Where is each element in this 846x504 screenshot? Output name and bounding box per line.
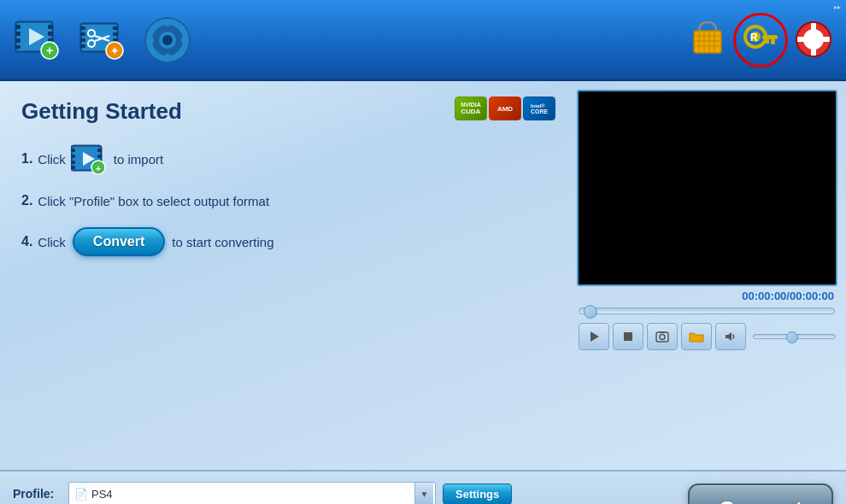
step-1: 1. Click [21,144,551,174]
convert-inline-button[interactable]: Convert [73,227,165,256]
svg-rect-35 [147,38,154,43]
svg-text:R: R [750,32,758,44]
svg-rect-6 [48,25,53,29]
svg-rect-59 [811,22,816,56]
svg-text:+: + [46,44,53,57]
add-video-button[interactable]: + [9,11,67,69]
svg-rect-41 [694,31,721,53]
scroll-indicator: ▸▸ [834,3,841,11]
svg-rect-78 [660,331,665,333]
svg-rect-53 [766,39,769,44]
profile-icon: 📄 [74,488,88,501]
svg-rect-64 [71,155,75,158]
bottom-bar: Profile: 📄 PS4 ▼ Settings Output: C:\Use… [0,470,846,504]
main-area: Getting Started NVIDIA CUDA AMD Intel® C… [0,81,846,470]
progress-track [579,308,835,314]
gpu-badges: NVIDIA CUDA AMD Intel® CORE [455,97,555,120]
intel-badge: Intel® CORE [523,97,555,120]
amd-badge: AMD [489,97,521,120]
convert-main-button[interactable]: Convert [688,483,833,504]
step-1-text-before: Click [38,152,66,167]
svg-rect-33 [165,20,170,26]
progress-thumb [584,305,597,319]
svg-rect-63 [71,149,75,152]
step-4-text-before: Click [38,235,66,249]
play-button[interactable] [579,323,609,350]
svg-rect-4 [15,38,21,43]
svg-point-32 [162,35,173,45]
toolbar: ▸▸ + [0,0,846,81]
select-arrow-icon[interactable]: ▼ [414,483,433,504]
svg-text:+: + [96,163,101,173]
screenshot-button[interactable] [647,323,678,350]
svg-rect-76 [656,332,668,342]
svg-rect-51 [762,35,778,39]
step-4: 4. Click Convert to start converting [21,227,551,256]
volume-thumb [786,331,798,343]
profile-select[interactable]: 📄 PS4 ▼ [68,482,436,504]
profile-value: PS4 [91,488,113,501]
edit-button[interactable]: ✦ [73,11,132,69]
step-4-text-after: to start converting [172,235,273,249]
open-folder-button[interactable] [681,323,712,350]
svg-rect-68 [97,155,102,158]
svg-rect-52 [771,39,775,44]
steps-container: 1. Click [21,144,551,256]
svg-rect-17 [80,38,85,42]
svg-point-77 [660,335,665,340]
svg-rect-75 [624,332,632,341]
svg-rect-19 [113,26,118,30]
progress-bar[interactable] [577,308,837,314]
video-preview [577,90,837,286]
volume-track[interactable] [753,334,836,339]
svg-rect-7 [48,32,53,36]
svg-marker-79 [726,332,731,341]
svg-rect-18 [80,44,85,48]
stop-button[interactable] [613,323,643,350]
step-1-text-after: to import [114,152,163,167]
svg-rect-5 [15,45,21,49]
media-controls [577,323,837,350]
svg-rect-67 [97,149,102,152]
svg-rect-66 [71,166,75,169]
svg-rect-34 [165,54,170,61]
shop-button[interactable] [684,16,731,64]
svg-rect-2 [15,25,21,29]
nvidia-badge: NVIDIA CUDA [455,97,487,120]
settings-toolbar-button[interactable] [138,11,197,69]
svg-rect-65 [71,161,75,164]
svg-rect-15 [80,26,85,30]
svg-rect-16 [80,32,85,36]
step-2: 2. Click "Profile" box to select output … [21,193,551,208]
help-button[interactable] [790,16,837,64]
step-2-text: Click "Profile" box to select output for… [38,194,269,208]
svg-rect-20 [113,32,118,36]
settings-button[interactable]: Settings [443,483,512,505]
svg-marker-74 [590,331,599,342]
svg-text:✦: ✦ [110,45,119,57]
svg-rect-36 [181,38,188,43]
svg-rect-3 [15,32,21,36]
time-display: 00:00:00/00:00:00 [577,290,837,302]
right-panel: 00:00:00/00:00:00 [573,81,846,470]
register-button[interactable]: R [737,16,784,64]
profile-label: Profile: [13,487,68,501]
step-2-num: 2. [21,193,32,208]
left-panel: Getting Started NVIDIA CUDA AMD Intel® C… [0,81,573,470]
toolbar-left: + ✦ [9,11,197,69]
step-1-num: 1. [21,151,32,167]
volume-button[interactable] [715,323,746,350]
step-1-icon: + [71,144,109,174]
toolbar-right: R [684,16,837,64]
step-4-num: 4. [21,234,32,249]
